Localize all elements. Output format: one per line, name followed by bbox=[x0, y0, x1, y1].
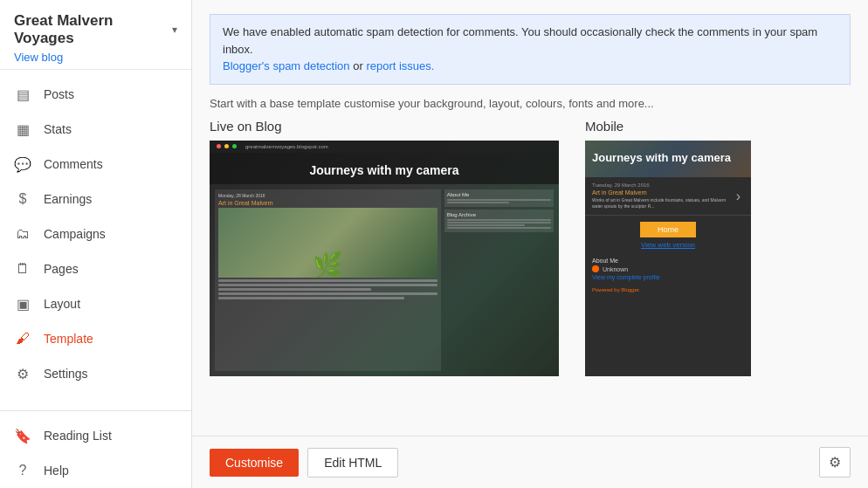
live-preview-inner: greatmalvernvoyages.blogspot.com Journey… bbox=[210, 141, 559, 376]
report-issues-link[interactable]: report issues. bbox=[366, 59, 434, 72]
earnings-label: Earnings bbox=[44, 192, 92, 206]
mobile-post-row: Tuesday, 29 March 2016 Art in Great Malv… bbox=[585, 177, 751, 216]
mobile-powered: Powered by Blogger. bbox=[585, 284, 751, 296]
help-label: Help bbox=[44, 464, 69, 478]
view-blog-link[interactable]: View blog bbox=[14, 51, 177, 64]
mobile-post-date: Tuesday, 29 March 2016 bbox=[592, 182, 727, 188]
stats-label: Stats bbox=[44, 122, 72, 136]
blog-title-area: Great Malvern Voyages ▾ View blog bbox=[0, 0, 191, 70]
pages-label: Pages bbox=[44, 262, 79, 276]
about-line bbox=[447, 202, 510, 203]
mobile-chevron-icon: › bbox=[733, 182, 744, 210]
about-line bbox=[447, 199, 551, 201]
settings-icon: ⚙ bbox=[14, 365, 31, 382]
blog-post-date: Monday, 28 March 2016 bbox=[218, 193, 437, 198]
blog-side-col: About Me Blog Archive bbox=[444, 189, 554, 371]
customise-button[interactable]: Customise bbox=[210, 449, 299, 477]
sidebar-item-comments[interactable]: 💬Comments bbox=[0, 147, 191, 182]
browser-dot-red bbox=[217, 144, 221, 148]
mobile-post-text: Works of art in Great Malvern include fo… bbox=[592, 197, 727, 210]
text-line bbox=[218, 292, 437, 295]
layout-icon: ▣ bbox=[14, 295, 31, 313]
sidebar: Great Malvern Voyages ▾ View blog ▤Posts… bbox=[0, 0, 192, 488]
spam-detection-link[interactable]: Blogger's spam detection bbox=[223, 59, 350, 72]
live-blog-title: Journeys with my camera bbox=[210, 153, 559, 184]
edit-html-button[interactable]: Edit HTML bbox=[307, 448, 398, 478]
mobile-post-title: Art in Great Malvern bbox=[592, 189, 727, 196]
notification-bar: We have enabled automatic spam detection… bbox=[210, 14, 851, 85]
sidebar-item-reading-list[interactable]: 🔖Reading List bbox=[0, 418, 191, 453]
mobile-btn-area: Home View web version bbox=[585, 216, 751, 254]
template-icon: 🖌 bbox=[14, 330, 31, 347]
bottom-toolbar: Customise Edit HTML ⚙ bbox=[192, 436, 868, 488]
blog-title-row[interactable]: Great Malvern Voyages ▾ bbox=[14, 12, 177, 47]
bottom-nav: 🔖Reading List?Help bbox=[0, 418, 191, 488]
sidebar-item-posts[interactable]: ▤Posts bbox=[0, 77, 191, 112]
campaigns-icon: 🗂 bbox=[14, 225, 31, 243]
browser-url: greatmalvernvoyages.blogspot.com bbox=[245, 144, 328, 149]
browser-dot-yellow bbox=[224, 144, 229, 148]
mobile-preview-title: Mobile bbox=[585, 119, 851, 134]
subtitle: Start with a base template customise you… bbox=[210, 97, 851, 110]
blog-post-title: Art in Great Malvern bbox=[218, 200, 437, 206]
mobile-view-web-link[interactable]: View web version bbox=[592, 241, 744, 249]
dropdown-icon[interactable]: ▾ bbox=[172, 24, 177, 36]
blog-content-area: greatmalvernvoyages.blogspot.com Journey… bbox=[210, 141, 559, 376]
archive-line bbox=[447, 219, 551, 221]
posts-label: Posts bbox=[44, 87, 74, 101]
mobile-powered-label: Powered by bbox=[592, 287, 620, 292]
layout-label: Layout bbox=[44, 297, 80, 311]
sidebar-item-pages[interactable]: 🗒Pages bbox=[0, 251, 191, 286]
help-icon: ? bbox=[14, 462, 31, 479]
sidebar-item-layout[interactable]: ▣Layout bbox=[0, 286, 191, 321]
mobile-profile-link[interactable]: View my complete profile bbox=[592, 274, 744, 280]
mobile-post-info: Tuesday, 29 March 2016 Art in Great Malv… bbox=[592, 182, 727, 210]
browser-chrome-bar: greatmalvernvoyages.blogspot.com bbox=[210, 141, 559, 153]
sidebar-item-campaigns[interactable]: 🗂Campaigns bbox=[0, 217, 191, 251]
live-preview-frame[interactable]: greatmalvernvoyages.blogspot.com Journey… bbox=[210, 141, 559, 376]
main-content: We have enabled automatic spam detection… bbox=[192, 0, 868, 488]
mobile-unknown-label: Unknown bbox=[603, 266, 628, 272]
blog-body: Monday, 28 March 2016 Art in Great Malve… bbox=[210, 184, 559, 376]
mobile-preview-section: Mobile Journeys with my camera Tuesday, … bbox=[585, 119, 851, 436]
mobile-preview-frame[interactable]: Journeys with my camera Tuesday, 29 Marc… bbox=[585, 141, 751, 376]
sidebar-item-help[interactable]: ?Help bbox=[0, 453, 191, 488]
blog-post-image: 🌿 bbox=[218, 208, 437, 278]
nav-divider bbox=[0, 410, 191, 411]
blog-post-text-lines bbox=[218, 279, 437, 299]
text-line bbox=[218, 284, 437, 286]
blog-title: Great Malvern Voyages bbox=[14, 12, 167, 47]
earnings-icon: $ bbox=[14, 190, 31, 208]
reading-list-label: Reading List bbox=[44, 429, 112, 443]
plant-icon: 🌿 bbox=[313, 253, 343, 278]
mobile-home-button[interactable]: Home bbox=[640, 222, 696, 237]
sidebar-item-template[interactable]: 🖌Template bbox=[0, 321, 191, 356]
browser-dot-green bbox=[232, 144, 237, 148]
mobile-unknown-row: Unknown bbox=[592, 265, 744, 272]
posts-icon: ▤ bbox=[14, 86, 31, 103]
text-line bbox=[218, 288, 371, 291]
mobile-about: About Me Unknown View my complete profil… bbox=[585, 254, 751, 284]
live-preview-section: Live on Blog greatmalvernvoyages.blogspo… bbox=[210, 119, 559, 436]
text-line bbox=[218, 279, 437, 282]
archive-widget: Blog Archive bbox=[444, 210, 554, 232]
comments-icon: 💬 bbox=[14, 155, 31, 173]
mobile-about-title: About Me bbox=[592, 258, 744, 264]
notification-or: or bbox=[353, 59, 366, 72]
mobile-avatar bbox=[592, 265, 599, 272]
notification-text: We have enabled automatic spam detection… bbox=[223, 25, 817, 56]
archive-line bbox=[447, 222, 551, 223]
sidebar-item-stats[interactable]: ▦Stats bbox=[0, 112, 191, 147]
sidebar-item-earnings[interactable]: $Earnings bbox=[0, 182, 191, 217]
archive-widget-title: Blog Archive bbox=[447, 212, 551, 217]
text-line bbox=[218, 297, 404, 299]
settings-gear-button[interactable]: ⚙ bbox=[819, 447, 851, 478]
blog-main-col: Monday, 28 March 2016 Art in Great Malve… bbox=[215, 189, 441, 371]
nav-list: ▤Posts▦Stats💬Comments$Earnings🗂Campaigns… bbox=[0, 70, 191, 403]
sidebar-item-settings[interactable]: ⚙Settings bbox=[0, 356, 191, 391]
about-widget-title: About Me bbox=[447, 192, 551, 197]
stats-icon: ▦ bbox=[14, 120, 31, 138]
mobile-header: Journeys with my camera bbox=[585, 141, 751, 178]
archive-line bbox=[447, 227, 551, 229]
campaigns-label: Campaigns bbox=[44, 227, 106, 241]
